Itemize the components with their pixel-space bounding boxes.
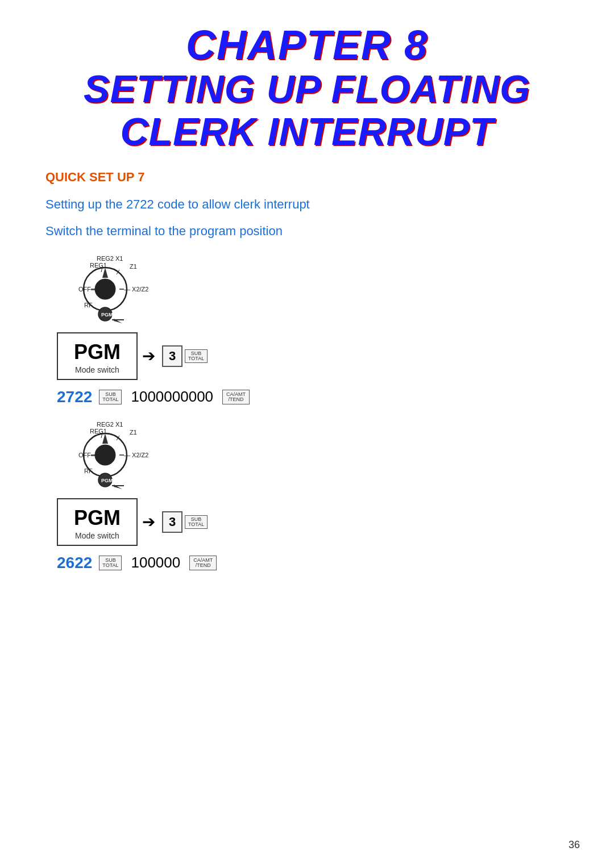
svg-text:REG1: REG1 — [90, 428, 107, 435]
subtitle-line1: SETTING UP FLOATING — [45, 68, 569, 110]
pgm-box-1: PGM Mode switch — [57, 332, 138, 380]
subtotal-line2-1: TOTAL — [188, 356, 204, 361]
svg-point-1 — [95, 279, 115, 299]
svg-text:Z1: Z1 — [130, 263, 137, 270]
chapter-title: CHAPTER 8 — [45, 23, 569, 68]
svg-text:PGM: PGM — [101, 478, 113, 483]
quick-setup-label: QUICK SET UP 7 — [45, 170, 569, 185]
title-section: CHAPTER 8 SETTING UP FLOATING CLERK INTE… — [45, 23, 569, 153]
svg-text:REG2  X1: REG2 X1 — [97, 255, 123, 262]
pgm-label-1: PGM — [74, 340, 121, 364]
page-number: 36 — [569, 839, 580, 851]
pgm-mode-row-2: PGM Mode switch ➔ 3 SUB TOTAL — [57, 498, 569, 546]
sub-label-1b: TOTAL — [102, 397, 118, 402]
svg-text:REG2  X1: REG2 X1 — [97, 421, 123, 428]
svg-text:— X2/Z2: — X2/Z2 — [124, 452, 148, 458]
subtotal-key-2: SUB TOTAL — [185, 515, 208, 529]
svg-text:RF: RF — [84, 468, 93, 474]
code-number-2: 2622 — [57, 554, 92, 572]
svg-text:RF: RF — [84, 302, 93, 308]
svg-marker-2 — [102, 268, 108, 278]
ca-line2-1: /TEND — [226, 397, 246, 402]
dial-diagram-2: REG2 X1 REG1 Z1 OFF— — X2/Z2 RF PGM — [63, 416, 569, 493]
mode-switch-label-2: Mode switch — [75, 531, 119, 540]
sub-total-key-2: SUB TOTAL — [99, 556, 122, 570]
arrow-icon-1: ➔ — [142, 347, 155, 365]
svg-text:REG1: REG1 — [90, 262, 107, 269]
pgm-box-2: PGM Mode switch — [57, 498, 138, 546]
code-row-2: 2622 SUB TOTAL 100000 CA/AMT /TEND — [57, 554, 569, 572]
sub-label-2b: TOTAL — [102, 563, 118, 568]
svg-text:— X2/Z2: — X2/Z2 — [124, 286, 148, 293]
ca-amt-key-1: CA/AMT /TEND — [222, 390, 250, 404]
key3-box-2: 3 — [162, 511, 182, 533]
svg-marker-19 — [102, 433, 108, 444]
step1-text: Setting up the 2722 code to allow clerk … — [45, 195, 569, 214]
value-text-1: 1000000000 — [131, 388, 213, 406]
subtotal-key-1: SUB TOTAL — [185, 349, 208, 363]
pgm-label-2: PGM — [74, 506, 121, 530]
svg-text:Z1: Z1 — [130, 429, 137, 436]
svg-text:PGM: PGM — [101, 312, 113, 318]
code-number-1: 2722 — [57, 388, 92, 406]
dial-diagram-1: REG2 X1 REG1 Z1 OFF— — X2/Z2 RF PGM — [63, 251, 569, 327]
svg-point-18 — [95, 445, 115, 465]
step2-text: Switch the terminal to the program posit… — [45, 222, 569, 240]
ca-line2-2: /TEND — [193, 563, 213, 568]
value-text-2: 100000 — [131, 554, 180, 571]
subtotal-line2-2: TOTAL — [188, 522, 204, 527]
subtitle-line2: CLERK INTERRUPT — [45, 110, 569, 153]
key3-box-1: 3 — [162, 345, 182, 367]
code-row-1: 2722 SUB TOTAL 1000000000 CA/AMT /TEND — [57, 388, 569, 406]
pgm-mode-row-1: PGM Mode switch ➔ 3 SUB TOTAL — [57, 332, 569, 380]
arrow-icon-2: ➔ — [142, 512, 155, 531]
sub-total-key-1: SUB TOTAL — [99, 390, 122, 404]
ca-amt-key-2: CA/AMT /TEND — [189, 556, 217, 570]
mode-switch-label-1: Mode switch — [75, 365, 119, 374]
